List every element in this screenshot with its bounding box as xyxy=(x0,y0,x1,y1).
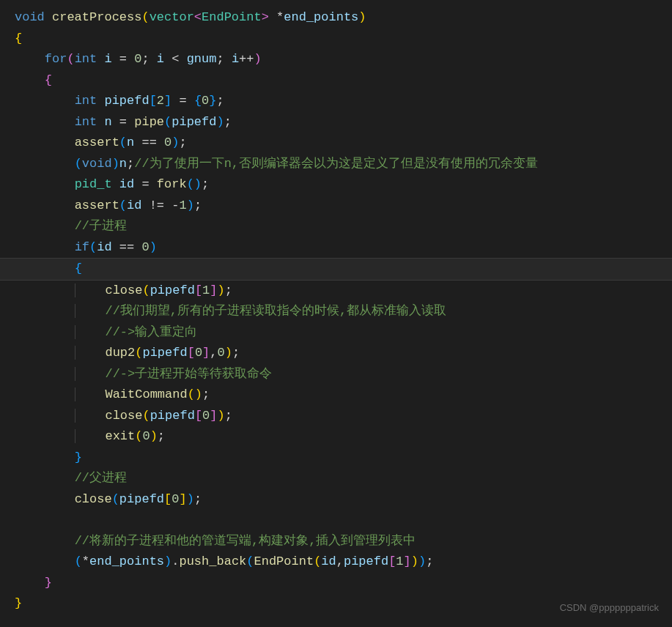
operator: = xyxy=(112,52,135,66)
comment: //父进程 xyxy=(75,471,127,485)
comment: //->子进程开始等待获取命令 xyxy=(105,367,272,381)
variable: i xyxy=(232,52,239,66)
operator: < xyxy=(164,52,187,66)
code-line: //->子进程开始等待获取命令 xyxy=(15,364,672,385)
variable: id xyxy=(127,199,141,212)
number: 1 xyxy=(179,199,186,212)
code-line: WaitCommand(); xyxy=(15,385,672,406)
code-line: } xyxy=(15,573,672,594)
keyword: int xyxy=(75,94,97,108)
type: pid_t xyxy=(75,177,112,191)
variable: i xyxy=(157,52,164,66)
type: EndPoint xyxy=(202,10,262,24)
variable: end_points xyxy=(89,554,164,568)
variable: pipefd xyxy=(104,94,149,108)
code-line: //父进程 xyxy=(15,468,672,489)
function-call: EndPoint xyxy=(254,554,314,568)
function-call: push_back xyxy=(179,554,246,568)
code-line: //子进程 xyxy=(15,216,672,237)
number: 1 xyxy=(396,554,403,568)
variable: pipefd xyxy=(150,409,195,423)
function-call: fork xyxy=(157,177,187,191)
number: 0 xyxy=(164,136,171,149)
number: 0 xyxy=(217,346,224,360)
number: 0 xyxy=(142,429,149,443)
variable: pipefd xyxy=(150,283,195,297)
variable: id xyxy=(97,240,111,254)
code-line: assert(id != -1); xyxy=(15,196,672,217)
type: vector xyxy=(149,10,194,24)
code-line: dup2(pipefd[0],0); xyxy=(15,343,672,364)
comment: //我们期望,所有的子进程读取指令的时候,都从标准输入读取 xyxy=(105,304,446,318)
keyword: if xyxy=(75,240,89,254)
watermark: CSDN @pppppppatrick xyxy=(560,598,659,619)
variable: i xyxy=(104,52,111,66)
code-line: { xyxy=(15,70,672,92)
variable: gnum xyxy=(187,52,217,66)
number: 0 xyxy=(134,52,141,66)
function-call: exit xyxy=(105,429,135,443)
code-line: void creatProcess(vector<EndPoint> *end_… xyxy=(15,7,672,29)
keyword: for xyxy=(45,52,67,66)
comment: //将新的子进程和他的管道写端,构建对象,插入到管理列表中 xyxy=(75,534,416,548)
function-call: close xyxy=(105,283,142,297)
variable: id xyxy=(321,554,336,568)
number: 0 xyxy=(202,409,210,423)
comment: //子进程 xyxy=(75,219,127,233)
variable: pipefd xyxy=(142,346,187,360)
code-line: int n = pipe(pipefd); xyxy=(15,112,672,133)
code-line: close(pipefd[0]); xyxy=(15,489,672,511)
number: 0 xyxy=(195,346,202,360)
keyword: void xyxy=(82,157,112,171)
keyword: int xyxy=(75,52,97,66)
variable: id xyxy=(119,177,134,191)
variable: n xyxy=(104,115,111,129)
number: 0 xyxy=(171,492,179,506)
code-line: pid_t id = fork(); xyxy=(15,174,672,196)
function-call: close xyxy=(105,409,142,423)
function-call: WaitCommand xyxy=(105,387,187,401)
number: 2 xyxy=(157,94,164,108)
variable: pipefd xyxy=(171,115,216,129)
function-call: assert xyxy=(75,199,119,212)
variable: pipefd xyxy=(344,554,388,568)
variable: n xyxy=(127,136,134,149)
code-line: if(id == 0) xyxy=(15,237,672,259)
function-call: close xyxy=(75,492,112,506)
code-line: for(int i = 0; i < gnum; i++) xyxy=(15,49,672,70)
punct: ; xyxy=(141,52,156,66)
operator: ++ xyxy=(239,52,254,66)
code-line: (void)n;//为了使用一下n,否则编译器会以为这是定义了但是没有使用的冗余… xyxy=(15,154,672,175)
function-call: pipe xyxy=(134,115,164,129)
code-line: //将新的子进程和他的管道写端,构建对象,插入到管理列表中 xyxy=(15,531,672,552)
comment: //->输入重定向 xyxy=(105,325,197,339)
keyword: int xyxy=(75,115,97,129)
function-call: dup2 xyxy=(105,346,135,360)
code-line: close(pipefd[1]); xyxy=(15,281,672,302)
code-line xyxy=(15,510,672,531)
code-editor[interactable]: void creatProcess(vector<EndPoint> *end_… xyxy=(15,7,672,615)
keyword: void xyxy=(15,10,45,24)
code-line: { xyxy=(15,29,672,50)
number: 1 xyxy=(202,283,210,297)
variable: n xyxy=(119,157,127,171)
code-line-current: { xyxy=(0,258,672,281)
punct: ; xyxy=(216,52,231,66)
comment: //为了使用一下n,否则编译器会以为这是定义了但是没有使用的冗余变量 xyxy=(134,157,538,171)
function-name: creatProcess xyxy=(52,10,141,24)
code-line: //->输入重定向 xyxy=(15,322,672,344)
code-line: } xyxy=(15,448,672,469)
code-line: close(pipefd[0]); xyxy=(15,406,672,427)
number: 0 xyxy=(141,240,149,254)
code-line: int pipefd[2] = {0}; xyxy=(15,91,672,112)
parameter: end_points xyxy=(284,10,358,24)
code-line: //我们期望,所有的子进程读取指令的时候,都从标准输入读取 xyxy=(15,301,672,322)
variable: pipefd xyxy=(119,492,164,506)
function-call: assert xyxy=(75,136,119,149)
code-line: exit(0); xyxy=(15,426,672,448)
number: 0 xyxy=(202,94,209,108)
code-line: assert(n == 0); xyxy=(15,133,672,154)
code-line: (*end_points).push_back(EndPoint(id,pipe… xyxy=(15,552,672,573)
